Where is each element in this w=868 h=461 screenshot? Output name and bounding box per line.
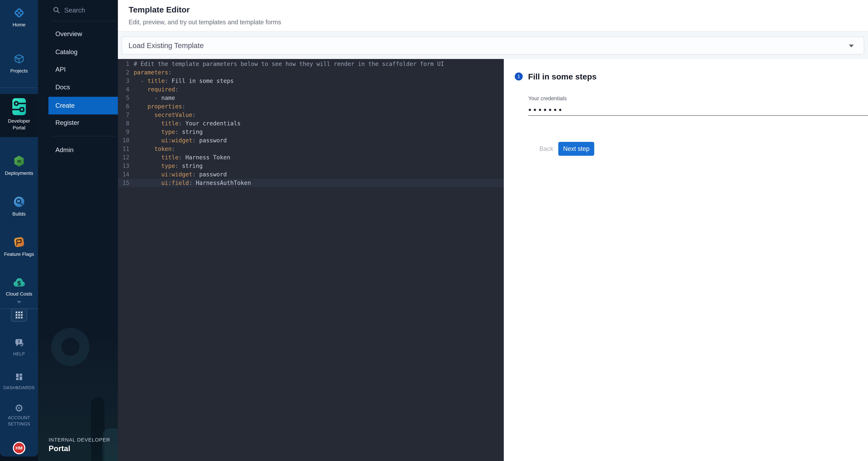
yaml-code-editor[interactable]: 1# Edit the template parameters below to… — [118, 59, 504, 461]
line-number: 6 — [118, 103, 129, 110]
code-line[interactable]: 7 secretValue: — [118, 111, 504, 119]
sidebar-item-label: Projects — [0, 67, 38, 74]
user-avatar[interactable]: HM — [13, 442, 25, 454]
code-text: parameters: — [134, 69, 172, 76]
code-text: ui:widget: password — [134, 137, 227, 144]
code-text: - name — [134, 95, 175, 101]
back-button[interactable]: Back — [535, 142, 558, 156]
nav-item-api[interactable]: API — [52, 64, 118, 76]
code-line[interactable]: 14 ui:widget: password — [118, 170, 504, 179]
dashboards-icon — [0, 372, 38, 383]
code-line[interactable]: 6 properties: — [118, 102, 504, 111]
line-number: 1 — [118, 61, 129, 67]
developer-portal-icon — [0, 98, 38, 116]
template-form-preview: 1 Fill in some steps Your credentials ●●… — [504, 59, 868, 461]
line-number: 8 — [118, 120, 129, 127]
sidebar-divider — [0, 88, 38, 88]
code-line[interactable]: 15 ui:field: HarnessAuthToken — [118, 179, 504, 187]
page-subtitle: Edit, preview, and try out templates and… — [129, 19, 281, 26]
code-text: required: — [134, 86, 179, 93]
sidebar-item-label: DASHBOARDS — [0, 385, 38, 391]
cube-icon — [0, 53, 38, 65]
code-text: title: Your credentials — [134, 120, 241, 127]
sidebar-item-label: Cloud Costs — [0, 291, 38, 297]
step-title: Fill in some steps — [528, 72, 596, 81]
sidebar-item-developer-portal[interactable]: Developer Portal — [0, 94, 38, 137]
line-number: 12 — [118, 154, 129, 161]
nav-item-register[interactable]: Register — [52, 117, 118, 129]
code-text: properties: — [134, 103, 185, 110]
sidebar-item-label: Home — [0, 21, 38, 28]
search-icon — [53, 6, 60, 14]
nav-item-catalog[interactable]: Catalog — [52, 46, 118, 58]
sidebar-item-label: Builds — [0, 210, 38, 217]
sidebar-item-home[interactable]: Home — [0, 7, 38, 28]
code-line[interactable]: 13 type: string — [118, 162, 504, 170]
code-text: title: Harness Token — [134, 154, 230, 161]
page-title: Template Editor — [129, 5, 190, 14]
svg-text:∞: ∞ — [17, 158, 22, 164]
nav-item-overview[interactable]: Overview — [52, 28, 118, 40]
code-text: # Edit the template parameters below to … — [134, 61, 444, 67]
sidebar-item-label: ACCOUNT SETTINGS — [3, 415, 35, 427]
code-line[interactable]: 9 type: string — [118, 128, 504, 136]
sidebar-item-help[interactable]: ? HELP — [0, 338, 38, 357]
code-text: token: — [134, 145, 175, 152]
nav-sidebar: Overview Catalog API Docs Create Registe… — [38, 0, 118, 461]
sidebar-item-dashboards[interactable]: DASHBOARDS — [0, 372, 38, 391]
code-line[interactable]: 2parameters: — [118, 68, 504, 77]
code-line[interactable]: 11 token: — [118, 145, 504, 153]
nav-divider — [52, 21, 117, 21]
line-number: 10 — [118, 137, 129, 144]
brand: INTERNAL DEVELOPER Portal — [49, 437, 110, 453]
module-switcher-button[interactable] — [11, 308, 27, 322]
load-template-select[interactable]: Load Existing Template — [122, 37, 864, 55]
nav-item-create[interactable]: Create — [49, 97, 118, 114]
sidebar-item-deployments[interactable]: ∞ Deployments — [0, 155, 38, 176]
load-template-value: Load Existing Template — [128, 41, 204, 50]
chevron-down-icon[interactable] — [17, 301, 21, 303]
sidebar-item-builds[interactable]: Builds — [0, 196, 38, 217]
code-text: - title: Fill in some steps — [134, 77, 234, 84]
gear-icon: ⚙ — [0, 403, 38, 414]
sidebar-item-projects[interactable]: Projects — [0, 53, 38, 74]
code-text: secretValue: — [134, 111, 196, 118]
nav-item-docs[interactable]: Docs — [52, 81, 118, 93]
code-line[interactable]: 4 required: — [118, 85, 504, 94]
sidebar-search[interactable] — [53, 5, 115, 15]
next-step-button[interactable]: Next step — [558, 142, 594, 156]
credentials-password-input[interactable]: ●●●●●●● — [528, 104, 868, 116]
svg-text:?: ? — [18, 339, 20, 344]
code-line[interactable]: 12 title: Harness Token — [118, 153, 504, 162]
svg-text:$: $ — [17, 279, 21, 287]
module-sidebar: Home Projects — [0, 0, 38, 457]
line-number: 7 — [118, 111, 129, 118]
code-line[interactable]: 3 - title: Fill in some steps — [118, 77, 504, 85]
help-chat-icon: ? — [0, 338, 38, 349]
code-line[interactable]: 1# Edit the template parameters below to… — [118, 60, 504, 68]
line-number: 13 — [118, 163, 129, 169]
input-underline — [528, 115, 868, 116]
line-number: 15 — [118, 179, 129, 186]
sidebar-item-account-settings[interactable]: ⚙ ACCOUNT SETTINGS — [0, 403, 38, 427]
code-line[interactable]: 8 title: Your credentials — [118, 119, 504, 128]
search-input[interactable] — [64, 7, 111, 14]
sidebar-item-label: Deployments — [0, 170, 38, 176]
line-number: 9 — [118, 129, 129, 135]
sidebar-item-cloud-costs[interactable]: $ Cloud Costs — [0, 277, 38, 297]
app-root: Home Projects — [0, 0, 868, 461]
sidebar-item-label: Developer Portal — [4, 118, 34, 131]
code-line[interactable]: 5 - name — [118, 94, 504, 102]
line-number: 5 — [118, 95, 129, 101]
credentials-field-label: Your credentials — [528, 95, 567, 102]
code-line[interactable]: 10 ui:widget: password — [118, 136, 504, 145]
sidebar-item-feature-flags[interactable]: Feature Flags — [0, 236, 38, 258]
step-number-badge: 1 — [515, 72, 523, 80]
nav-item-admin[interactable]: Admin — [52, 144, 118, 156]
nav-divider — [52, 136, 117, 136]
line-number: 3 — [118, 77, 129, 84]
step-number: 1 — [517, 74, 520, 79]
chevron-down-icon[interactable] — [849, 44, 854, 47]
code-text: type: string — [134, 129, 203, 135]
code-text: ui:field: HarnessAuthToken — [134, 179, 251, 186]
